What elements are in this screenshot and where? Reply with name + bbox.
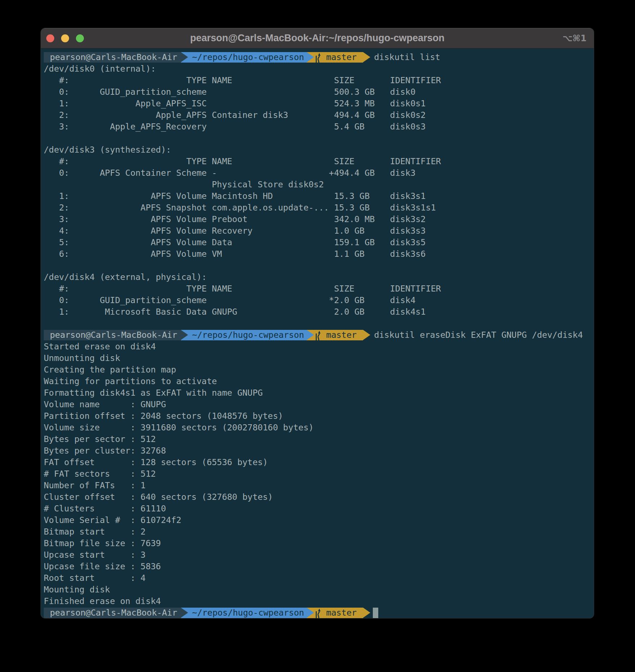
terminal-line: Volume Serial # : 610724f2 [44,514,594,526]
terminal-line [44,318,594,329]
prompt-line: pearson@Carls-MacBook-Air~/repos/hugo-cw… [44,607,594,618]
terminal-line: 0: GUID_partition_scheme 500.3 GB disk0 [44,86,594,98]
prompt-user-host: pearson@Carls-MacBook-Air [44,608,181,618]
git-branch-icon [315,330,321,340]
command-text[interactable]: diskutil list [374,51,440,63]
git-branch-icon [315,608,321,618]
terminal-line: #: TYPE NAME SIZE IDENTIFIER [44,75,594,86]
terminal-line [44,132,594,144]
prompt-arrow-icon [363,608,370,618]
prompt-cwd: ~/repos/hugo-cwpearson [181,330,307,340]
prompt-arrow-icon [363,52,370,62]
terminal-line: 1: Microsoft Basic Data GNUPG 2.0 GB dis… [44,306,594,318]
terminal-line: Finished erase on disk4 [44,595,594,607]
terminal-line: Unmounting disk [44,352,594,364]
terminal-cursor [373,608,378,618]
terminal-line: Mounting disk [44,584,594,595]
terminal-line: Waiting for partitions to activate [44,375,594,387]
terminal-line: 4: APFS Volume Recovery 1.0 GB disk3s3 [44,225,594,237]
terminal-line: FAT offset : 128 sectors (65536 bytes) [44,456,594,468]
terminal-line: 3: Apple_APFS_Recovery 5.4 GB disk0s3 [44,121,594,132]
prompt-git-branch: master [307,608,363,618]
terminal-line: Upcase start : 3 [44,549,594,561]
terminal-line: Started erase on disk4 [44,341,594,352]
prompt-user-host: pearson@Carls-MacBook-Air [44,330,181,340]
git-branch-icon [315,52,321,63]
terminal-line: Creating the partition map [44,364,594,375]
terminal-line: 5: APFS Volume Data 159.1 GB disk3s5 [44,237,594,248]
window-title: pearson@Carls-MacBook-Air:~/repos/hugo-c… [41,33,594,44]
terminal-line: Bytes per sector : 512 [44,433,594,445]
terminal-line: Bitmap start : 2 [44,526,594,537]
prompt-git-branch: master [307,330,363,340]
terminal-line: Formatting disk4s1 as ExFAT with name GN… [44,387,594,399]
command-text[interactable]: diskutil eraseDisk ExFAT GNUPG /dev/disk… [374,329,583,341]
terminal-line: # FAT sectors : 512 [44,468,594,480]
terminal-line: Number of FATs : 1 [44,480,594,491]
prompt-line: pearson@Carls-MacBook-Air~/repos/hugo-cw… [44,51,594,63]
prompt-cwd: ~/repos/hugo-cwpearson [181,608,307,618]
terminal-line: Cluster offset : 640 sectors (327680 byt… [44,491,594,503]
titlebar[interactable]: pearson@Carls-MacBook-Air:~/repos/hugo-c… [41,28,594,48]
git-branch-label: master [326,329,357,341]
terminal-line: /dev/disk3 (synthesized): [44,144,594,156]
terminal-line: Partition offset : 2048 sectors (1048576… [44,410,594,422]
terminal-line: 1: Apple_APFS_ISC 524.3 MB disk0s1 [44,98,594,109]
terminal-line: Upcase file size : 5836 [44,561,594,572]
terminal-line: 1: APFS Volume Macintosh HD 15.3 GB disk… [44,190,594,202]
git-branch-label: master [326,607,357,618]
terminal-line: 2: APFS Snapshot com.apple.os.update-...… [44,202,594,213]
terminal-line: 2: Apple_APFS Container disk3 494.4 GB d… [44,109,594,121]
terminal-line: Bitmap file size : 7639 [44,537,594,549]
terminal-line: 3: APFS Volume Preboot 342.0 MB disk3s2 [44,213,594,225]
terminal-line: Volume name : GNUPG [44,399,594,410]
terminal-line: #: TYPE NAME SIZE IDENTIFIER [44,156,594,167]
prompt-cwd: ~/repos/hugo-cwpearson [181,52,307,63]
terminal-line: /dev/disk4 (external, physical): [44,271,594,283]
terminal-line: Bytes per cluster: 32768 [44,445,594,456]
terminal-line: Root start : 4 [44,572,594,584]
terminal-line: 6: APFS Volume VM 1.1 GB disk3s6 [44,248,594,260]
window-shortcut-badge: ⌥⌘1 [562,33,587,43]
terminal-line: #: TYPE NAME SIZE IDENTIFIER [44,283,594,294]
terminal-line: Physical Store disk0s2 [44,179,594,190]
git-branch-label: master [326,51,357,63]
terminal-content[interactable]: pearson@Carls-MacBook-Air~/repos/hugo-cw… [41,48,594,618]
prompt-user-host: pearson@Carls-MacBook-Air [44,52,181,63]
terminal-line: Volume size : 3911680 sectors (200278016… [44,422,594,433]
prompt-git-branch: master [307,52,363,63]
terminal-line: 0: GUID_partition_scheme *2.0 GB disk4 [44,294,594,306]
prompt-arrow-icon [363,330,370,340]
terminal-line: 0: APFS Container Scheme - +494.4 GB dis… [44,167,594,179]
prompt-line: pearson@Carls-MacBook-Air~/repos/hugo-cw… [44,329,594,341]
terminal-line: /dev/disk0 (internal): [44,63,594,75]
terminal-line [44,260,594,271]
terminal-window: pearson@Carls-MacBook-Air:~/repos/hugo-c… [41,28,594,618]
terminal-line: # Clusters : 61110 [44,503,594,514]
